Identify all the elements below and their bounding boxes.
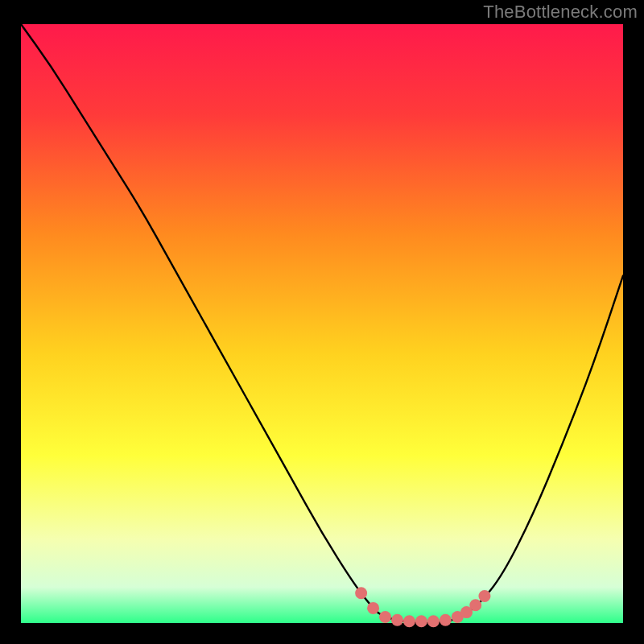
curve-marker [427,615,440,627]
curve-marker [403,615,415,627]
curve-marker [379,611,391,623]
watermark-text: TheBottleneck.com [483,2,638,23]
curve-marker [478,590,490,602]
curve-marker [415,615,427,627]
chart-stage: TheBottleneck.com [0,0,644,644]
curve-marker [391,614,403,626]
curve-marker [367,602,379,614]
curve-marker [440,614,452,626]
curve-marker [469,599,481,611]
bottleneck-chart [0,0,644,644]
curve-marker [355,587,367,599]
